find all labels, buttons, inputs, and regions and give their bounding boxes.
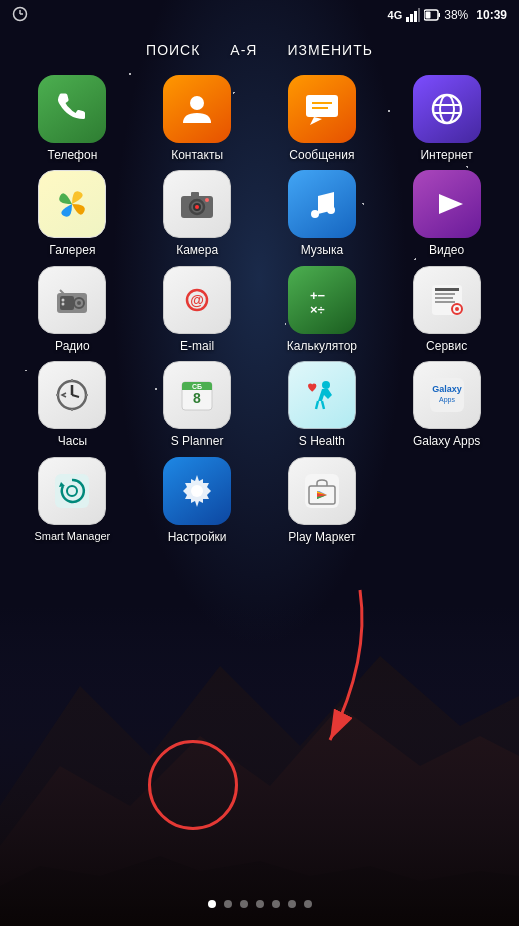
app-settings[interactable]: Настройки [145, 457, 250, 544]
svg-rect-16 [306, 95, 338, 117]
status-time-left [12, 6, 28, 25]
app-gallery[interactable]: Галерея [20, 170, 125, 257]
internet-label: Интернет [420, 148, 472, 162]
email-icon: @ [163, 266, 231, 334]
video-label: Видео [429, 243, 464, 257]
menu-search[interactable]: ПОИСК [146, 42, 200, 58]
music-label: Музыка [301, 243, 343, 257]
battery-icon [424, 8, 440, 22]
svg-line-53 [72, 395, 79, 397]
status-time: 10:39 [476, 8, 507, 22]
app-music[interactable]: Музыка [269, 170, 374, 257]
svg-point-20 [433, 95, 461, 123]
app-calculator[interactable]: +− ×÷ Калькулятор [269, 266, 374, 353]
splanner-icon: СБ 8 [163, 361, 231, 429]
svg-rect-8 [406, 17, 409, 22]
svg-text:×÷: ×÷ [310, 302, 325, 317]
svg-text:8: 8 [193, 390, 201, 406]
svg-rect-9 [410, 14, 413, 22]
camera-label: Камера [176, 243, 218, 257]
app-radio[interactable]: Радио [20, 266, 125, 353]
signal-icon [406, 8, 420, 22]
app-smartmanager[interactable]: Smart Manager [20, 457, 125, 544]
video-icon [413, 170, 481, 238]
calculator-icon: +− ×÷ [288, 266, 356, 334]
messages-icon [288, 75, 356, 143]
page-dot-1[interactable] [208, 900, 216, 908]
app-row-1: Телефон Контакты Сообщения [10, 75, 509, 162]
svg-rect-48 [435, 301, 455, 303]
shealth-icon [288, 361, 356, 429]
svg-rect-46 [435, 293, 455, 295]
app-video[interactable]: Видео [394, 170, 499, 257]
page-dot-7[interactable] [304, 900, 312, 908]
clock-label: Часы [58, 434, 87, 448]
settings-label: Настройки [168, 530, 227, 544]
app-internet[interactable]: Интернет [394, 75, 499, 162]
shealth-label: S Health [299, 434, 345, 448]
splanner-label: S Planner [171, 434, 224, 448]
svg-point-30 [311, 210, 319, 218]
svg-point-36 [77, 301, 81, 305]
page-dot-5[interactable] [272, 900, 280, 908]
playstore-label: Play Маркет [288, 530, 355, 544]
contacts-label: Контакты [171, 148, 223, 162]
page-dot-2[interactable] [224, 900, 232, 908]
app-row-5: Smart Manager Настройки [10, 457, 509, 544]
svg-marker-32 [439, 194, 463, 214]
top-menu: ПОИСК А-Я ИЗМЕНИТЬ [0, 34, 519, 66]
svg-rect-13 [439, 13, 441, 17]
page-dot-4[interactable] [256, 900, 264, 908]
app-grid: Телефон Контакты Сообщения [0, 75, 519, 552]
clock-icon [38, 361, 106, 429]
calculator-label: Калькулятор [287, 339, 357, 353]
app-galaxyapps[interactable]: Galaxy Apps Galaxy Apps [394, 361, 499, 448]
status-4g: 4G [388, 9, 403, 21]
battery-percent: 38% [444, 8, 468, 22]
service-icon [413, 266, 481, 334]
menu-edit[interactable]: ИЗМЕНИТЬ [287, 42, 372, 58]
smartmanager-label: Smart Manager [34, 530, 110, 543]
svg-point-50 [455, 307, 459, 311]
galaxyapps-icon: Galaxy Apps [413, 361, 481, 429]
app-phone[interactable]: Телефон [20, 75, 125, 162]
gallery-label: Галерея [49, 243, 95, 257]
svg-point-27 [195, 205, 199, 209]
svg-point-63 [322, 381, 330, 389]
app-messages[interactable]: Сообщения [269, 75, 374, 162]
svg-point-31 [327, 206, 335, 214]
app-service[interactable]: Сервис [394, 266, 499, 353]
empty-slot [413, 457, 481, 525]
status-bar: 4G 38% 10:39 [0, 0, 519, 30]
messages-label: Сообщения [289, 148, 354, 162]
app-splanner[interactable]: СБ 8 S Planner [145, 361, 250, 448]
svg-text:@: @ [190, 292, 204, 308]
app-empty [394, 457, 499, 544]
contacts-icon [163, 75, 231, 143]
page-dot-6[interactable] [288, 900, 296, 908]
svg-point-39 [62, 302, 65, 305]
app-contacts[interactable]: Контакты [145, 75, 250, 162]
app-playstore[interactable]: Play Маркет [269, 457, 374, 544]
app-clock[interactable]: Часы [20, 361, 125, 448]
playstore-icon [288, 457, 356, 525]
phone-label: Телефон [47, 148, 97, 162]
app-camera[interactable]: Камера [145, 170, 250, 257]
page-indicators [0, 900, 519, 908]
svg-rect-4 [0, 606, 519, 926]
gallery-icon [38, 170, 106, 238]
svg-rect-11 [418, 8, 420, 22]
galaxyapps-label: Galaxy Apps [413, 434, 480, 448]
radio-icon [38, 266, 106, 334]
music-icon [288, 170, 356, 238]
app-row-3: Радио @ E-mail +− ×÷ Калькулятор [10, 266, 509, 353]
app-shealth[interactable]: S Health [269, 361, 374, 448]
svg-point-29 [205, 198, 209, 202]
page-dot-3[interactable] [240, 900, 248, 908]
svg-rect-14 [426, 12, 431, 19]
app-email[interactable]: @ E-mail [145, 266, 250, 353]
internet-icon [413, 75, 481, 143]
svg-point-38 [62, 298, 65, 301]
svg-text:СБ: СБ [192, 383, 202, 390]
menu-az[interactable]: А-Я [230, 42, 257, 58]
